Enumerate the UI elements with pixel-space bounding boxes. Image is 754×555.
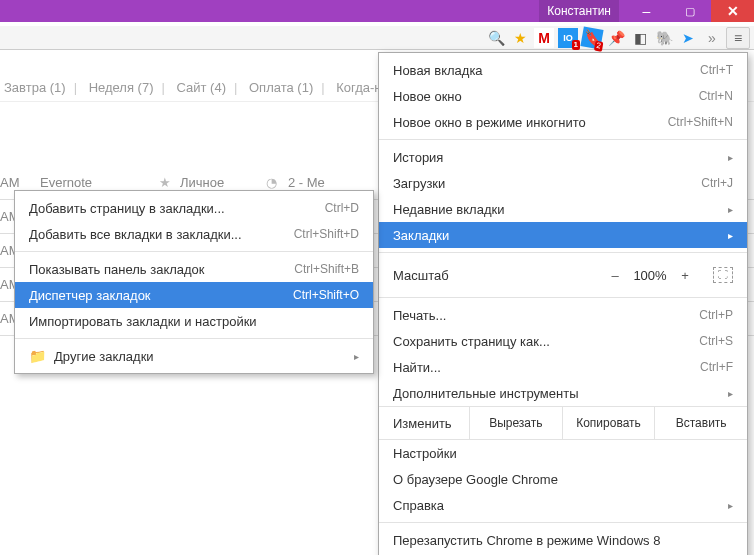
zoom-in-button[interactable]: + <box>673 268 697 283</box>
menu-label: Дополнительные инструменты <box>393 386 720 401</box>
menu-item-more-tools[interactable]: Дополнительные инструменты ▸ <box>379 380 747 406</box>
menu-separator <box>379 252 747 253</box>
menu-shortcut: Ctrl+N <box>699 89 733 103</box>
chevron-right-icon: ▸ <box>728 152 733 163</box>
menu-label: История <box>393 150 720 165</box>
magnifier-icon[interactable]: 🔍 <box>486 28 506 48</box>
menu-shortcut: Ctrl+Shift+N <box>668 115 733 129</box>
menu-label: Новое окно в режиме инкогнито <box>393 115 668 130</box>
pin-icon[interactable]: 📌 <box>606 28 626 48</box>
chevron-right-icon: ▸ <box>728 204 733 215</box>
menu-label: Закладки <box>393 228 720 243</box>
edit-label: Изменить <box>379 407 469 439</box>
menu-shortcut: Ctrl+P <box>699 308 733 322</box>
menu-label: Загрузки <box>393 176 701 191</box>
menu-shortcut: Ctrl+J <box>701 176 733 190</box>
tab-item[interactable]: Неделя (7) <box>85 80 158 95</box>
menu-label: Показывать панель закладок <box>29 262 294 277</box>
menu-shortcut: Ctrl+D <box>325 201 359 215</box>
menu-label: Другие закладки <box>54 349 346 364</box>
menu-label: Найти... <box>393 360 700 375</box>
menu-item-find[interactable]: Найти... Ctrl+F <box>379 354 747 380</box>
chevron-right-icon: ▸ <box>728 388 733 399</box>
tab-item[interactable]: Завтра (1) <box>0 80 70 95</box>
star-icon[interactable]: ★ <box>150 175 180 190</box>
menu-item-new-incognito-window[interactable]: Новое окно в режиме инкогнито Ctrl+Shift… <box>379 109 747 135</box>
row-category: Личное <box>180 175 266 190</box>
telegram-icon[interactable]: ➤ <box>678 28 698 48</box>
tab-item[interactable]: Сайт (4) <box>173 80 230 95</box>
gmail-icon[interactable]: M <box>534 28 554 48</box>
cut-button[interactable]: Вырезать <box>469 407 562 439</box>
menu-item-new-window[interactable]: Новое окно Ctrl+N <box>379 83 747 109</box>
menu-label: Новая вкладка <box>393 63 700 78</box>
paste-button[interactable]: Вставить <box>654 407 747 439</box>
row-time: AM <box>0 175 40 190</box>
menu-separator <box>379 522 747 523</box>
evernote-icon[interactable]: 🐘 <box>654 28 674 48</box>
zoom-label: Масштаб <box>393 268 603 283</box>
menu-shortcut: Ctrl+S <box>699 334 733 348</box>
menu-item-new-tab[interactable]: Новая вкладка Ctrl+T <box>379 57 747 83</box>
menu-shortcut: Ctrl+Shift+B <box>294 262 359 276</box>
menu-label: Добавить все вкладки в закладки... <box>29 227 294 242</box>
menu-item-help[interactable]: Справка ▸ <box>379 492 747 518</box>
menu-label: Перезапустить Chrome в режиме Windows 8 <box>393 533 733 548</box>
menu-item-print[interactable]: Печать... Ctrl+P <box>379 302 747 328</box>
menu-separator <box>15 338 373 339</box>
menu-label: Печать... <box>393 308 699 323</box>
copy-button[interactable]: Копировать <box>562 407 655 439</box>
io-badge: 1 <box>572 40 580 50</box>
zoom-percent: 100% <box>627 268 673 283</box>
menu-item-bookmark-manager[interactable]: Диспетчер закладок Ctrl+Shift+O <box>15 282 373 308</box>
io-extension-icon[interactable]: IO 1 <box>558 28 578 48</box>
menu-label: О браузере Google Chrome <box>393 472 733 487</box>
bookmarks-submenu: Добавить страницу в закладки... Ctrl+D Д… <box>14 190 374 374</box>
menu-label: Импортировать закладки и настройки <box>29 314 359 329</box>
menu-shortcut: Ctrl+F <box>700 360 733 374</box>
menu-item-bookmark-all-tabs[interactable]: Добавить все вкладки в закладки... Ctrl+… <box>15 221 373 247</box>
menu-label: Новое окно <box>393 89 699 104</box>
menu-item-recent-tabs[interactable]: Недавние вкладки ▸ <box>379 196 747 222</box>
menu-item-settings[interactable]: Настройки <box>379 440 747 466</box>
menu-label: Диспетчер закладок <box>29 288 293 303</box>
menu-item-other-bookmarks[interactable]: 📁 Другие закладки ▸ <box>15 343 373 369</box>
menu-separator <box>15 251 373 252</box>
menu-item-restart-windows8[interactable]: Перезапустить Chrome в режиме Windows 8 <box>379 527 747 553</box>
cube-icon[interactable]: ◧ <box>630 28 650 48</box>
menu-item-bookmarks[interactable]: Закладки ▸ <box>379 222 747 248</box>
window-titlebar: Константин <box>0 0 754 22</box>
tab-item[interactable]: Оплата (1) <box>245 80 317 95</box>
menu-item-show-bookmarks-bar[interactable]: Показывать панель закладок Ctrl+Shift+B <box>15 256 373 282</box>
menu-label: Добавить страницу в закладки... <box>29 201 325 216</box>
menu-separator <box>379 139 747 140</box>
tag-icon[interactable]: 🔖 2 <box>580 26 603 49</box>
window-maximize-button[interactable] <box>668 0 711 22</box>
fullscreen-button[interactable]: ⛶ <box>713 267 733 283</box>
window-close-button[interactable] <box>711 0 754 22</box>
window-minimize-button[interactable] <box>625 0 668 22</box>
menu-item-save-page-as[interactable]: Сохранить страницу как... Ctrl+S <box>379 328 747 354</box>
edit-controls: Изменить Вырезать Копировать Вставить <box>379 406 747 440</box>
profile-user-badge[interactable]: Константин <box>539 0 619 22</box>
overflow-icon[interactable]: » <box>702 28 722 48</box>
tag-badge: 2 <box>593 40 603 51</box>
clock-icon: ◔ <box>266 175 288 190</box>
star-icon[interactable]: ★ <box>510 28 530 48</box>
menu-label: Недавние вкладки <box>393 202 720 217</box>
menu-separator <box>379 297 747 298</box>
zoom-controls: Масштаб – 100% + ⛶ <box>379 257 747 293</box>
chevron-right-icon: ▸ <box>354 351 359 362</box>
menu-item-add-bookmark[interactable]: Добавить страницу в закладки... Ctrl+D <box>15 195 373 221</box>
browser-toolbar: 🔍 ★ M IO 1 🔖 2 📌 ◧ 🐘 ➤ » <box>0 22 754 50</box>
menu-item-about-chrome[interactable]: О браузере Google Chrome <box>379 466 747 492</box>
chrome-main-menu: Новая вкладка Ctrl+T Новое окно Ctrl+N Н… <box>378 52 748 555</box>
menu-label: Настройки <box>393 446 733 461</box>
menu-item-import-bookmarks[interactable]: Импортировать закладки и настройки <box>15 308 373 334</box>
menu-item-downloads[interactable]: Загрузки Ctrl+J <box>379 170 747 196</box>
chrome-menu-button[interactable] <box>726 27 750 49</box>
chevron-right-icon: ▸ <box>728 500 733 511</box>
menu-item-history[interactable]: История ▸ <box>379 144 747 170</box>
zoom-out-button[interactable]: – <box>603 268 627 283</box>
chevron-right-icon: ▸ <box>728 230 733 241</box>
